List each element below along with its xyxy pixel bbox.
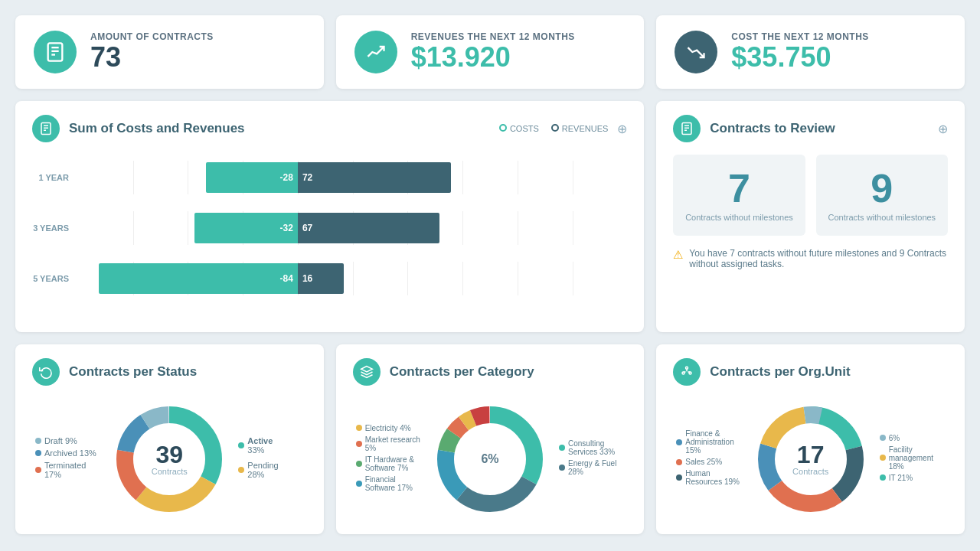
contracts-icon xyxy=(34,31,77,73)
status-header: Contracts per Status xyxy=(32,358,307,386)
status-donut-center: 39 Contracts xyxy=(152,442,188,476)
bar-row-5year: 5 YEARS -84 16 xyxy=(32,262,627,295)
contracts-review-card: Contracts to Review ⊕ 7 Contracts withou… xyxy=(656,101,965,332)
svg-point-26 xyxy=(686,367,688,369)
costs-revenues-title: Sum of Costs and Revenues xyxy=(69,121,490,136)
kpi-contracts-label: AMOUNT OF CONTRACTS xyxy=(90,31,214,42)
review-box-1-label: Contracts without milestones xyxy=(682,213,795,222)
category-header: Contracts per Category xyxy=(353,358,628,386)
review-title: Contracts to Review xyxy=(710,121,929,136)
status-legend-right: Active33% Pending28% xyxy=(238,436,303,482)
bar-revenues-5y: 16 xyxy=(298,263,344,294)
orgunit-center-label: Contracts xyxy=(792,467,828,476)
kpi-contracts: AMOUNT OF CONTRACTS 73 xyxy=(15,15,324,89)
category-title: Contracts per Category xyxy=(390,364,628,380)
costs-revenues-header: Sum of Costs and Revenues COSTS REVENUES… xyxy=(32,115,627,142)
category-legend-left: Electricity 4% Market research 5% IT Har… xyxy=(356,424,421,495)
status-legend-left: Draft 9% Archived 13% Terminated 17% xyxy=(35,436,100,482)
status-icon xyxy=(32,358,60,386)
category-icon xyxy=(353,358,381,386)
target-icon[interactable]: ⊕ xyxy=(617,122,627,136)
orgunit-center-num: 17 xyxy=(792,442,828,467)
review-box-1-number: 7 xyxy=(682,168,795,208)
orgunit-legend-right: 6% Facility management 18% IT 21% xyxy=(880,434,945,485)
review-icon xyxy=(673,115,701,142)
review-box-2: 9 Contracts without milestones xyxy=(816,155,948,236)
orgunit-title: Contracts per Org.Unit xyxy=(710,364,948,380)
orgunit-header: Contracts per Org.Unit xyxy=(673,358,948,386)
orgunit-icon xyxy=(673,358,701,386)
bar-chart: 1 YEAR -28 72 3 YEARS xyxy=(32,155,627,318)
revenues-icon xyxy=(354,31,397,73)
review-warning: ⚠ You have 7 contracts without future mi… xyxy=(673,248,948,269)
kpi-revenues-value: $13.920 xyxy=(411,42,575,73)
costs-legend: COSTS xyxy=(499,124,539,133)
orgunit-donut-center: 17 Contracts xyxy=(792,442,828,476)
legend: COSTS REVENUES xyxy=(499,124,608,133)
contracts-status-card: Contracts per Status Draft 9% Archived 1… xyxy=(15,344,324,534)
costs-revenues-icon xyxy=(32,115,60,142)
review-target-icon[interactable]: ⊕ xyxy=(938,122,948,136)
dashboard: AMOUNT OF CONTRACTS 73 REVENUES THE NEXT… xyxy=(15,15,965,534)
contracts-category-card: Contracts per Category Electricity 4% Ma… xyxy=(336,344,645,534)
costs-revenues-card: Sum of Costs and Revenues COSTS REVENUES… xyxy=(15,101,644,332)
status-donut: 39 Contracts xyxy=(108,398,230,520)
orgunit-legend-left: Finance & Administration 15% Sales 25% H… xyxy=(676,429,741,489)
warning-icon: ⚠ xyxy=(673,248,683,262)
review-warning-text: You have 7 contracts without future mile… xyxy=(689,248,948,269)
bar-revenues-1y: 72 xyxy=(298,162,451,193)
bar-costs-1y: -28 xyxy=(206,162,298,193)
kpi-costs-label: COST THE NEXT 12 MONTHS xyxy=(731,31,869,42)
category-legend-right: Consulting Services 33% Energy & Fuel 28… xyxy=(559,439,624,479)
revenues-legend: REVENUES xyxy=(551,124,609,133)
contracts-orgunit-card: Contracts per Org.Unit Finance & Adminis… xyxy=(656,344,965,534)
review-box-2-number: 9 xyxy=(825,168,939,208)
orgunit-donut-container: Finance & Administration 15% Sales 25% H… xyxy=(673,398,948,520)
category-donut-container: Electricity 4% Market research 5% IT Har… xyxy=(353,398,628,520)
bar-costs-5y: -84 xyxy=(99,263,298,294)
review-box-1: 7 Contracts without milestones xyxy=(673,155,805,236)
status-donut-container: Draft 9% Archived 13% Terminated 17% xyxy=(32,398,307,520)
orgunit-donut: 17 Contracts xyxy=(750,398,872,520)
review-boxes: 7 Contracts without milestones 9 Contrac… xyxy=(673,155,948,236)
review-header: Contracts to Review ⊕ xyxy=(673,115,948,142)
bar-revenues-3y: 67 xyxy=(298,213,439,243)
bar-row-3year: 3 YEARS -32 67 xyxy=(32,211,627,245)
kpi-costs: COST THE NEXT 12 MONTHS $35.750 xyxy=(656,15,965,89)
status-center-label: Contracts xyxy=(152,467,188,476)
bar-costs-3y: -32 xyxy=(194,213,298,243)
kpi-revenues: REVENUES THE NEXT 12 MONTHS $13.920 xyxy=(336,15,645,89)
svg-marker-18 xyxy=(361,367,372,373)
kpi-contracts-value: 73 xyxy=(90,42,214,73)
status-center-num: 39 xyxy=(152,442,188,467)
kpi-revenues-label: REVENUES THE NEXT 12 MONTHS xyxy=(411,31,575,42)
kpi-costs-value: $35.750 xyxy=(731,42,869,73)
status-title: Contracts per Status xyxy=(69,364,307,380)
category-donut-center: 6% xyxy=(481,453,498,465)
review-box-2-label: Contracts without milestones xyxy=(825,213,939,222)
bar-row-1year: 1 YEAR -28 72 xyxy=(32,161,627,194)
costs-icon xyxy=(675,31,717,73)
category-donut: 6% xyxy=(429,398,551,520)
